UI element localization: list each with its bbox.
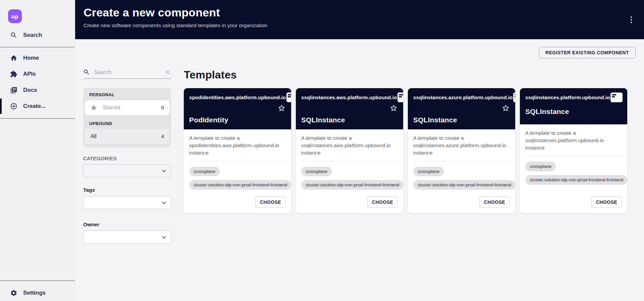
- tag-chip: cluster:solution-idp-non-prod-frontend-f…: [189, 180, 291, 190]
- section-title: Templates: [184, 69, 636, 81]
- filter-search-input[interactable]: [94, 69, 160, 75]
- sidebar-item-docs[interactable]: Docs: [0, 82, 75, 98]
- favorite-star-icon[interactable]: [277, 104, 286, 113]
- tag-chip: crossplane: [413, 167, 444, 176]
- filter-item-label: All: [91, 133, 97, 139]
- divider: [301, 161, 398, 162]
- template-card: xsqlinstances.aws.platform.upbound.io SQ…: [296, 88, 403, 213]
- divider: [189, 161, 286, 162]
- template-type: xsqlinstances.azure.platform.upbound.io: [413, 93, 513, 101]
- tag-chip: crossplane: [301, 167, 332, 176]
- sidebar-bottom-group: Settings: [0, 281, 75, 301]
- sidebar-item-label: Settings: [23, 290, 46, 296]
- all-count: 4: [161, 133, 164, 139]
- sidebar-item-apis[interactable]: APIs: [0, 66, 75, 82]
- template-card: xpodidentities.aws.platform.upbound.io P…: [184, 88, 291, 213]
- template-card-header: xsqlinstances.platform.upbound.io SQLIns…: [520, 88, 627, 124]
- docs-icon: [10, 86, 17, 94]
- home-icon: [10, 54, 17, 62]
- page-title: Create a new component: [84, 6, 636, 19]
- categories-select[interactable]: [83, 164, 171, 177]
- page-header: Create a new component Create new softwa…: [75, 0, 644, 39]
- main-content: REGISTER EXISTING COMPONENT PERSONAL Sta…: [75, 39, 644, 301]
- template-card-header: xsqlinstances.aws.platform.upbound.io SQ…: [296, 88, 403, 129]
- kebab-menu-icon: [631, 22, 632, 23]
- owner-label: Owner: [83, 222, 171, 228]
- filter-groups-panel: PERSONAL Starred 0 UPBOUND All 4: [83, 88, 171, 147]
- divider: [0, 281, 75, 281]
- divider: [0, 118, 75, 119]
- template-icon: [397, 93, 403, 104]
- sidebar-item-home[interactable]: Home: [0, 50, 75, 66]
- sidebar-item-settings[interactable]: Settings: [0, 285, 75, 301]
- template-card: xsqlinstances.azure.platform.upbound.io …: [408, 88, 515, 213]
- chevron-down-icon: [160, 167, 168, 175]
- sidebar-item-label: APIs: [23, 71, 36, 77]
- template-card-body: A template to create a xsqlinstances.azu…: [408, 129, 515, 213]
- tags-select[interactable]: [83, 196, 171, 209]
- sidebar-item-label: Home: [23, 55, 39, 61]
- sidebar-item-label: Docs: [23, 87, 37, 94]
- filters-panel: PERSONAL Starred 0 UPBOUND All 4 CATEGOR…: [83, 69, 171, 244]
- choose-button[interactable]: CHOOSE: [255, 196, 286, 208]
- template-tags: crossplane cluster:solution-idp-non-prod…: [301, 167, 398, 190]
- filter-search: [83, 69, 171, 79]
- favorite-star-icon[interactable]: [627, 93, 627, 102]
- template-title: PodIdentity: [189, 116, 286, 124]
- page-subtitle: Create new software components using sta…: [84, 22, 636, 28]
- divider: [0, 47, 75, 47]
- divider: [525, 156, 622, 157]
- choose-button[interactable]: CHOOSE: [591, 196, 622, 208]
- choose-button[interactable]: CHOOSE: [479, 196, 510, 208]
- favorite-star-icon[interactable]: [389, 104, 398, 113]
- tag-chip: crossplane: [525, 162, 556, 171]
- filter-group-label: UPBOUND: [89, 121, 169, 126]
- templates-section: Templates xpodidentities.aws.platform.up…: [184, 69, 636, 213]
- tags-label: Tags: [83, 187, 171, 193]
- tags-filter: Tags: [83, 187, 171, 209]
- sidebar: up Search Home APIs Docs Create... Setti…: [0, 0, 75, 301]
- template-type: xsqlinstances.platform.upbound.io: [525, 93, 610, 101]
- template-type: xpodidentities.aws.platform.upbound.io: [189, 93, 286, 101]
- choose-button[interactable]: CHOOSE: [367, 196, 398, 208]
- tag-chip: cluster:solution-idp-non-prod-frontend-f…: [413, 180, 515, 190]
- filter-item-starred[interactable]: Starred 0: [85, 100, 169, 115]
- categories-filter: CATEGORIES: [83, 156, 171, 177]
- starred-count: 0: [161, 105, 164, 111]
- sidebar-item-label: Search: [23, 32, 42, 39]
- close-icon[interactable]: [164, 69, 171, 75]
- template-title: SQLInstance: [413, 116, 510, 124]
- add-circle-icon: [10, 103, 17, 110]
- chevron-down-icon: [160, 199, 168, 207]
- template-title: SQLInstance: [525, 108, 622, 116]
- template-icon: [610, 93, 623, 104]
- app-logo[interactable]: up: [8, 9, 22, 23]
- filter-group-label: PERSONAL: [89, 92, 169, 97]
- template-card-body: A template to create a xsqlinstances.pla…: [520, 124, 627, 213]
- filter-item-all[interactable]: All 4: [85, 129, 169, 144]
- template-card-header: xpodidentities.aws.platform.upbound.io P…: [184, 88, 291, 129]
- template-description: A template to create a xsqlinstances.azu…: [413, 134, 510, 157]
- template-icon: [513, 93, 515, 104]
- owner-select[interactable]: [83, 231, 171, 244]
- template-card: xsqlinstances.platform.upbound.io SQLIns…: [520, 88, 627, 213]
- template-tags: crossplane cluster:solution-idp-non-prod…: [413, 167, 510, 190]
- template-description: A template to create a xsqlinstances.pla…: [525, 129, 622, 152]
- template-icon: [286, 93, 291, 104]
- star-icon: [90, 104, 97, 111]
- favorite-star-icon[interactable]: [501, 104, 510, 113]
- search-icon: [10, 32, 17, 39]
- template-description: A template to create a xsqlinstances.aws…: [301, 134, 398, 157]
- overflow-menu-button[interactable]: [627, 14, 635, 25]
- register-existing-component-button[interactable]: REGISTER EXISTING COMPONENT: [539, 47, 636, 58]
- chevron-down-icon: [160, 233, 168, 241]
- tag-chip: cluster:solution-idp-non-prod-frontend-f…: [525, 175, 627, 185]
- categories-label: CATEGORIES: [83, 156, 171, 161]
- divider: [413, 161, 510, 162]
- sidebar-item-search[interactable]: Search: [0, 28, 75, 43]
- search-icon: [83, 69, 90, 75]
- template-card-body: A template to create a xsqlinstances.aws…: [296, 129, 403, 213]
- owner-filter: Owner: [83, 222, 171, 244]
- sidebar-item-create[interactable]: Create...: [0, 98, 75, 114]
- tag-chip: cluster:solution-idp-non-prod-frontend-f…: [301, 180, 403, 190]
